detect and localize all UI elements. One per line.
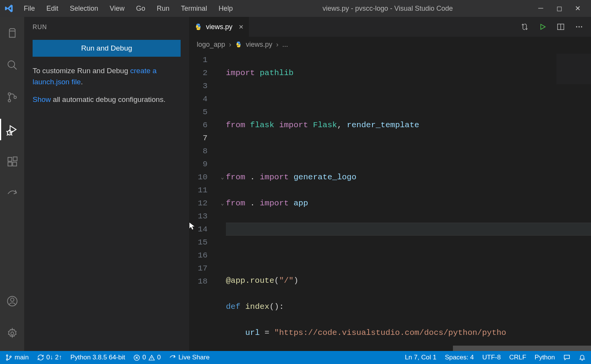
show-config-text: Show all automatic debug configurations. bbox=[24, 92, 189, 109]
editor-actions bbox=[520, 17, 591, 37]
code-editor[interactable]: 123456789101112131415161718 ⌄ ⌄ import p… bbox=[189, 52, 591, 351]
svg-point-2 bbox=[8, 100, 10, 102]
svg-point-11 bbox=[11, 332, 14, 335]
svg-point-17 bbox=[7, 359, 8, 360]
menu-help[interactable]: Help bbox=[213, 3, 238, 14]
svg-rect-5 bbox=[8, 157, 12, 161]
show-suffix: all automatic debug configurations. bbox=[51, 95, 166, 103]
tab-views-py[interactable]: views.py ✕ bbox=[189, 17, 249, 37]
customize-prefix: To customize Run and Debug bbox=[33, 67, 130, 75]
menu-terminal[interactable]: Terminal bbox=[176, 3, 212, 14]
extensions-icon[interactable] bbox=[0, 151, 24, 172]
status-encoding[interactable]: UTF-8 bbox=[482, 354, 500, 361]
menu-edit[interactable]: Edit bbox=[41, 3, 64, 14]
python-file-icon bbox=[235, 41, 242, 48]
more-actions-icon[interactable] bbox=[575, 23, 583, 31]
explorer-icon[interactable] bbox=[0, 22, 24, 44]
code-content[interactable]: import pathlib from flask import Flask, … bbox=[226, 52, 591, 351]
status-liveshare[interactable]: Live Share bbox=[169, 354, 209, 361]
source-control-icon[interactable] bbox=[0, 87, 24, 108]
status-python[interactable]: Python 3.8.5 64-bit bbox=[71, 354, 125, 361]
breadcrumb[interactable]: logo_app › views.py › ... bbox=[189, 37, 591, 52]
horizontal-scrollbar[interactable] bbox=[453, 346, 591, 351]
tab-close-icon[interactable]: ✕ bbox=[239, 23, 244, 31]
menu-run[interactable]: Run bbox=[151, 3, 175, 14]
status-eol[interactable]: CRLF bbox=[509, 354, 526, 361]
menu-bar: File Edit Selection View Go Run Terminal… bbox=[18, 3, 238, 14]
fold-chevron-icon[interactable]: ⌄ bbox=[219, 171, 226, 184]
customize-text: To customize Run and Debug create a laun… bbox=[24, 63, 189, 92]
line-gutter: 123456789101112131415161718 bbox=[189, 52, 219, 351]
status-spaces[interactable]: Spaces: 4 bbox=[445, 354, 474, 361]
chevron-right-icon: › bbox=[229, 41, 231, 49]
window-title: views.py - pvscc-logo - Visual Studio Co… bbox=[238, 5, 537, 13]
menu-file[interactable]: File bbox=[18, 3, 40, 14]
tab-label: views.py bbox=[206, 23, 232, 31]
svg-point-1 bbox=[8, 93, 10, 95]
chevron-right-icon: › bbox=[276, 41, 278, 49]
svg-rect-8 bbox=[13, 157, 17, 161]
panel-title: RUN bbox=[24, 17, 189, 36]
status-branch[interactable]: main bbox=[5, 354, 29, 361]
breadcrumb-trail[interactable]: ... bbox=[282, 41, 288, 49]
share-icon[interactable] bbox=[0, 183, 24, 205]
svg-point-15 bbox=[581, 26, 582, 27]
account-icon[interactable] bbox=[0, 290, 24, 312]
svg-point-0 bbox=[8, 61, 15, 68]
svg-point-16 bbox=[7, 355, 8, 356]
status-bar: main 0↓ 2↑ Python 3.8.5 64-bit 0 0 Live … bbox=[0, 351, 591, 364]
window-controls: ─ ◻ ✕ bbox=[537, 4, 588, 13]
maximize-icon[interactable]: ◻ bbox=[556, 4, 563, 13]
svg-rect-6 bbox=[8, 162, 12, 166]
menu-view[interactable]: View bbox=[104, 3, 130, 14]
svg-point-3 bbox=[14, 96, 16, 98]
run-and-debug-button[interactable]: Run and Debug bbox=[33, 40, 181, 57]
customize-suffix: . bbox=[81, 78, 83, 86]
search-icon[interactable] bbox=[0, 54, 24, 76]
show-link[interactable]: Show bbox=[33, 95, 51, 103]
split-editor-icon[interactable] bbox=[556, 23, 565, 31]
python-file-icon bbox=[194, 23, 202, 31]
tab-bar: views.py ✕ bbox=[189, 17, 591, 37]
mouse-cursor-icon bbox=[189, 222, 195, 230]
run-side-panel: RUN Run and Debug To customize Run and D… bbox=[24, 17, 189, 351]
status-position[interactable]: Ln 7, Col 1 bbox=[405, 354, 436, 361]
close-icon[interactable]: ✕ bbox=[574, 4, 581, 13]
svg-point-18 bbox=[10, 356, 12, 357]
settings-gear-icon[interactable] bbox=[0, 323, 24, 344]
fold-chevron-icon[interactable]: ⌄ bbox=[219, 197, 226, 210]
status-bell-icon[interactable] bbox=[579, 354, 586, 361]
status-problems[interactable]: 0 0 bbox=[133, 354, 161, 361]
svg-point-13 bbox=[576, 26, 577, 27]
run-debug-icon[interactable] bbox=[0, 119, 24, 140]
status-feedback-icon[interactable] bbox=[563, 354, 570, 361]
svg-point-10 bbox=[10, 298, 14, 302]
svg-point-14 bbox=[578, 26, 579, 27]
breadcrumb-file[interactable]: views.py bbox=[246, 41, 272, 49]
status-sync[interactable]: 0↓ 2↑ bbox=[37, 354, 62, 361]
compare-changes-icon[interactable] bbox=[520, 23, 529, 31]
editor-area: views.py ✕ logo_app › bbox=[189, 17, 591, 351]
minimize-icon[interactable]: ─ bbox=[537, 4, 544, 13]
run-file-icon[interactable] bbox=[539, 23, 547, 31]
svg-rect-7 bbox=[13, 162, 16, 166]
minimap[interactable] bbox=[556, 54, 591, 84]
menu-selection[interactable]: Selection bbox=[64, 3, 104, 14]
activity-bar bbox=[0, 17, 24, 351]
vscode-logo-icon bbox=[5, 4, 14, 13]
status-lang[interactable]: Python bbox=[535, 354, 555, 361]
fold-column: ⌄ ⌄ bbox=[219, 52, 226, 351]
menu-go[interactable]: Go bbox=[131, 3, 151, 14]
title-bar: File Edit Selection View Go Run Terminal… bbox=[0, 0, 591, 17]
breadcrumb-folder[interactable]: logo_app bbox=[197, 41, 225, 49]
